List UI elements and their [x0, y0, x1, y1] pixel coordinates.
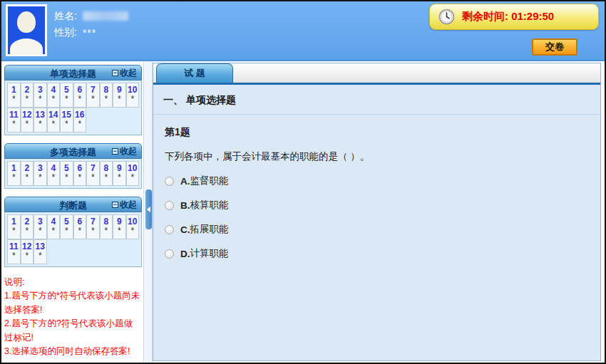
panel-header: 判断题−收起	[4, 197, 142, 212]
question-cell[interactable]: 6*	[73, 214, 87, 239]
question-cell[interactable]: 11*	[7, 108, 21, 132]
question-cell-mark: *	[34, 227, 46, 235]
question-cell[interactable]: 7*	[86, 161, 100, 186]
timer-text: 剩余时间: 01:29:50	[462, 10, 554, 24]
gender-row: 性别: ***	[54, 24, 128, 41]
question-cell-mark: *	[113, 174, 125, 182]
question-block: 第1题 下列各项中，属于会计最基本的职能的是（ ）。 A.监督职能B.核算职能C…	[153, 115, 600, 280]
option-text: 监督职能	[190, 175, 229, 187]
panel-header: 单项选择题−收起	[4, 65, 142, 80]
question-cell[interactable]: 6*	[73, 83, 87, 108]
question-cell[interactable]: 11*	[7, 239, 21, 264]
sidebar: 单项选择题−收起1*2*3*4*5*6*7*8*9*10*11*12*13*14…	[1, 61, 143, 363]
answer-option[interactable]: A.监督职能	[165, 175, 589, 187]
question-cell-mark: *	[101, 95, 113, 103]
collapse-button[interactable]: −收起	[112, 197, 137, 212]
name-value-blurred	[83, 11, 128, 21]
question-cell[interactable]: 7*	[86, 214, 100, 239]
question-cell-mark: *	[21, 95, 34, 103]
question-cell[interactable]: 8*	[100, 214, 113, 239]
question-cell[interactable]: 5*	[60, 214, 73, 239]
option-radio[interactable]	[165, 201, 174, 210]
question-cell[interactable]: 3*	[34, 214, 47, 239]
submit-button[interactable]: 交卷	[532, 38, 577, 56]
question-cell[interactable]: 7*	[86, 83, 100, 108]
question-cell[interactable]: 12*	[21, 108, 34, 132]
option-text: 计算职能	[190, 247, 229, 260]
question-cell[interactable]: 9*	[113, 214, 126, 239]
question-cell-mark: *	[61, 227, 73, 235]
question-cell[interactable]: 10*	[126, 161, 140, 186]
question-cell[interactable]: 14*	[47, 108, 61, 132]
option-letter: B.	[180, 200, 190, 211]
question-cell-mark: *	[34, 95, 46, 103]
question-cell-mark: *	[21, 120, 34, 128]
answer-option[interactable]: D.计算职能	[165, 247, 589, 260]
header: 姓名: 性别: *** 剩余时间: 01:29:50 交卷	[1, 1, 605, 61]
question-cell[interactable]: 2*	[21, 214, 34, 239]
option-radio[interactable]	[165, 249, 174, 259]
question-cell[interactable]: 1*	[7, 161, 21, 186]
question-cell-mark: *	[21, 227, 34, 235]
tab-questions[interactable]: 试 题	[156, 63, 233, 83]
option-radio[interactable]	[165, 225, 174, 234]
option-radio[interactable]	[165, 177, 174, 186]
question-cell[interactable]: 13*	[34, 108, 47, 132]
question-cell-mark: *	[74, 227, 86, 235]
clock-icon	[438, 9, 455, 25]
question-cell[interactable]: 3*	[34, 161, 47, 186]
question-cell[interactable]: 8*	[100, 83, 113, 108]
instruction-notes: 说明:1.题号下方的*符号代表该小题尚未选择答案!2.题号下方的?符号代表该小题…	[4, 276, 142, 358]
question-cell[interactable]: 2*	[21, 161, 34, 186]
question-cell[interactable]: 5*	[60, 161, 73, 186]
question-cell[interactable]: 3*	[34, 83, 47, 108]
collapse-button[interactable]: −收起	[112, 144, 137, 159]
name-label: 姓名:	[54, 10, 77, 23]
collapse-button[interactable]: −收起	[112, 66, 137, 80]
panel-body: 1*2*3*4*5*6*7*8*9*10*11*12*13*	[4, 212, 142, 267]
question-cell-mark: *	[34, 120, 46, 128]
sidebar-splitter	[143, 61, 153, 363]
instruction-line: 1.题号下方的*符号代表该小题尚未选择答案!	[4, 289, 140, 317]
question-cell[interactable]: 1*	[7, 214, 21, 239]
question-cell[interactable]: 9*	[113, 83, 126, 108]
question-cell[interactable]: 4*	[47, 161, 61, 186]
chevron-left-icon	[147, 207, 150, 212]
question-cell[interactable]: 4*	[47, 83, 61, 108]
answer-option[interactable]: C.拓展职能	[165, 223, 589, 236]
collapse-sidebar-handle[interactable]	[145, 189, 152, 229]
question-cell[interactable]: 4*	[47, 214, 61, 239]
question-cell-mark: *	[8, 120, 20, 128]
question-panel: 判断题−收起1*2*3*4*5*6*7*8*9*10*11*12*13*	[4, 197, 142, 267]
question-cell[interactable]: 10*	[126, 214, 140, 239]
question-cell[interactable]: 8*	[100, 161, 113, 186]
question-panel: 多项选择题−收起1*2*3*4*5*6*7*8*9*10*	[4, 143, 142, 189]
panel-body: 1*2*3*4*5*6*7*8*9*10*11*12*13*14*15*16*	[4, 80, 142, 135]
question-cell[interactable]: 10*	[126, 83, 140, 108]
question-cell-mark: *	[48, 227, 60, 235]
question-cell-mark: *	[127, 174, 139, 182]
question-cell[interactable]: 13*	[34, 239, 47, 264]
question-cell-mark: *	[8, 174, 20, 182]
collapse-label: 收起	[120, 144, 137, 159]
panel-title: 判断题	[59, 200, 87, 211]
question-cell-mark: *	[127, 227, 139, 235]
timer-box: 剩余时间: 01:29:50	[429, 4, 599, 30]
question-cell-mark: *	[74, 120, 86, 128]
question-cell-mark: *	[101, 227, 113, 235]
question-cell[interactable]: 6*	[73, 161, 87, 186]
option-letter: D.	[180, 249, 190, 259]
question-cell-mark: *	[8, 227, 20, 235]
options-list: A.监督职能B.核算职能C.拓展职能D.计算职能	[165, 175, 589, 260]
panel-title: 单项选择题	[50, 68, 96, 79]
question-cell-mark: *	[101, 174, 113, 182]
question-cell[interactable]: 1*	[7, 83, 21, 108]
question-cell[interactable]: 12*	[21, 239, 34, 264]
question-cell[interactable]: 15*	[60, 108, 73, 132]
question-cell[interactable]: 9*	[113, 161, 126, 186]
question-cell[interactable]: 2*	[21, 83, 34, 108]
timer-label: 剩余时间:	[462, 10, 508, 22]
answer-option[interactable]: B.核算职能	[165, 199, 589, 212]
question-cell[interactable]: 5*	[60, 83, 73, 108]
question-cell[interactable]: 16*	[73, 108, 87, 132]
